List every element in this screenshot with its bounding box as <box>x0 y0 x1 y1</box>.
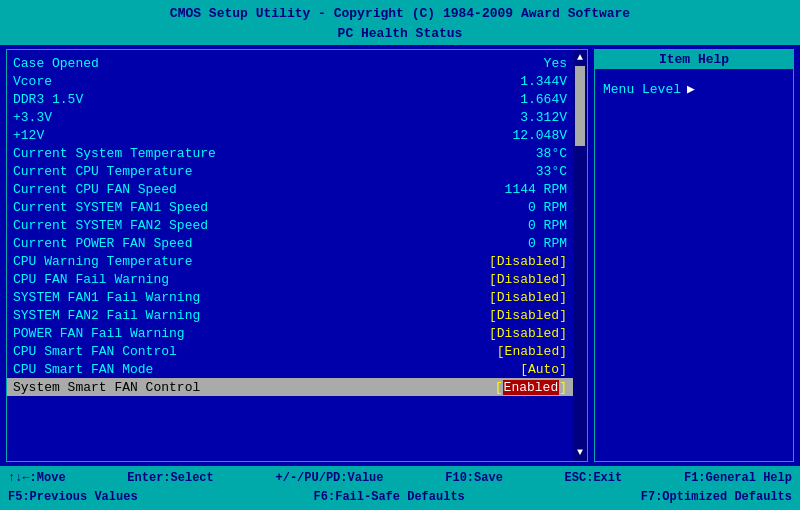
bracket-value: Enabled <box>505 344 560 359</box>
bracket-right: ] <box>559 254 567 269</box>
left-panel: Case OpenedYesVcore1.344VDDR3 1.5V1.664V… <box>6 49 588 462</box>
row-value: [Disabled] <box>489 308 567 323</box>
bracket-value: Disabled <box>497 290 559 305</box>
bracket-right: ] <box>559 380 567 395</box>
row-value: 0 RPM <box>528 236 567 251</box>
bracket-right: ] <box>559 326 567 341</box>
footer-enter-select: Enter:Select <box>127 469 213 488</box>
scroll-down-arrow[interactable]: ▼ <box>577 447 583 459</box>
row-label: +12V <box>13 128 512 143</box>
footer-row2: F5:Previous Values F6:Fail-Safe Defaults… <box>8 488 792 507</box>
row-value: [Disabled] <box>489 272 567 287</box>
bracket-value: Auto <box>528 362 559 377</box>
row-value: 12.048V <box>512 128 567 143</box>
menu-row[interactable]: Current CPU Temperature33°C <box>7 162 573 180</box>
row-label: CPU FAN Fail Warning <box>13 272 489 287</box>
row-label: +3.3V <box>13 110 520 125</box>
bracket-right: ] <box>559 362 567 377</box>
menu-row[interactable]: +3.3V3.312V <box>7 108 573 126</box>
bracket-left: [ <box>495 380 503 395</box>
bracket-left: [ <box>489 254 497 269</box>
row-label: Current CPU FAN Speed <box>13 182 505 197</box>
row-label: DDR3 1.5V <box>13 92 520 107</box>
bracket-left: [ <box>489 272 497 287</box>
scroll-up-arrow[interactable]: ▲ <box>577 52 583 64</box>
items-list: Case OpenedYesVcore1.344VDDR3 1.5V1.664V… <box>7 50 573 461</box>
row-label: CPU Smart FAN Control <box>13 344 497 359</box>
row-label: SYSTEM FAN1 Fail Warning <box>13 290 489 305</box>
footer-f6: F6:Fail-Safe Defaults <box>314 488 465 507</box>
menu-row[interactable]: DDR3 1.5V1.664V <box>7 90 573 108</box>
row-value: [Enabled] <box>497 344 567 359</box>
bracket-value: Enabled <box>503 380 560 395</box>
menu-row[interactable]: CPU Warning Temperature[Disabled] <box>7 252 573 270</box>
scrollbar[interactable]: ▲ ▼ <box>573 50 587 461</box>
bracket-right: ] <box>559 344 567 359</box>
header-line1: CMOS Setup Utility - Copyright (C) 1984-… <box>0 4 800 24</box>
menu-row[interactable]: Current SYSTEM FAN1 Speed0 RPM <box>7 198 573 216</box>
row-value: 38°C <box>536 146 567 161</box>
bracket-right: ] <box>559 272 567 287</box>
bracket-value: Disabled <box>497 326 559 341</box>
row-value: [Disabled] <box>489 290 567 305</box>
right-panel: Item Help Menu Level ▶ <box>594 49 794 462</box>
menu-row[interactable]: POWER FAN Fail Warning[Disabled] <box>7 324 573 342</box>
row-label: Current CPU Temperature <box>13 164 536 179</box>
menu-row[interactable]: CPU Smart FAN Mode[Auto] <box>7 360 573 378</box>
footer-f10: F10:Save <box>445 469 503 488</box>
bracket-right: ] <box>559 290 567 305</box>
row-value: 3.312V <box>520 110 567 125</box>
row-label: System Smart FAN Control <box>13 380 495 395</box>
header-line2: PC Health Status <box>0 24 800 44</box>
menu-row[interactable]: CPU Smart FAN Control[Enabled] <box>7 342 573 360</box>
menu-row[interactable]: Current SYSTEM FAN2 Speed0 RPM <box>7 216 573 234</box>
items-container: Case OpenedYesVcore1.344VDDR3 1.5V1.664V… <box>7 50 587 461</box>
row-label: Case Opened <box>13 56 544 71</box>
menu-row[interactable]: CPU FAN Fail Warning[Disabled] <box>7 270 573 288</box>
main-area: Case OpenedYesVcore1.344VDDR3 1.5V1.664V… <box>0 45 800 466</box>
row-value: Yes <box>544 56 567 71</box>
row-value: 0 RPM <box>528 200 567 215</box>
scrollbar-track <box>575 66 585 445</box>
row-value: [Disabled] <box>489 326 567 341</box>
bracket-left: [ <box>497 344 505 359</box>
row-value: [Disabled] <box>489 254 567 269</box>
bracket-value: Disabled <box>497 272 559 287</box>
menu-level-row: Menu Level ▶ <box>603 81 785 97</box>
menu-row[interactable]: System Smart FAN Control[Enabled] <box>7 378 573 396</box>
row-value: 0 RPM <box>528 218 567 233</box>
menu-row[interactable]: Current POWER FAN Speed0 RPM <box>7 234 573 252</box>
row-value: [Enabled] <box>495 380 567 395</box>
menu-row[interactable]: Vcore1.344V <box>7 72 573 90</box>
row-value: 33°C <box>536 164 567 179</box>
footer-f1: F1:General Help <box>684 469 792 488</box>
menu-row[interactable]: Current CPU FAN Speed1144 RPM <box>7 180 573 198</box>
row-label: Current System Temperature <box>13 146 536 161</box>
bracket-left: [ <box>489 326 497 341</box>
row-label: Current SYSTEM FAN1 Speed <box>13 200 528 215</box>
menu-row[interactable]: Current System Temperature38°C <box>7 144 573 162</box>
footer-value: +/-/PU/PD:Value <box>276 469 384 488</box>
menu-row[interactable]: SYSTEM FAN2 Fail Warning[Disabled] <box>7 306 573 324</box>
menu-level-label: Menu Level <box>603 82 681 97</box>
footer-f7: F7:Optimized Defaults <box>641 488 792 507</box>
bios-footer: ↑↓←:Move Enter:Select +/-/PU/PD:Value F1… <box>0 466 800 510</box>
row-label: CPU Warning Temperature <box>13 254 489 269</box>
footer-f5: F5:Previous Values <box>8 488 138 507</box>
row-label: Current SYSTEM FAN2 Speed <box>13 218 528 233</box>
footer-row1: ↑↓←:Move Enter:Select +/-/PU/PD:Value F1… <box>8 469 792 488</box>
menu-row[interactable]: +12V12.048V <box>7 126 573 144</box>
scrollbar-thumb <box>575 66 585 146</box>
item-help-content: Menu Level ▶ <box>595 69 793 461</box>
row-label: Vcore <box>13 74 520 89</box>
bracket-value: Disabled <box>497 254 559 269</box>
row-value: 1.344V <box>520 74 567 89</box>
bracket-value: Disabled <box>497 308 559 323</box>
menu-row[interactable]: SYSTEM FAN1 Fail Warning[Disabled] <box>7 288 573 306</box>
bracket-left: [ <box>520 362 528 377</box>
menu-level-arrow: ▶ <box>687 81 695 97</box>
row-value: 1144 RPM <box>505 182 567 197</box>
row-label: SYSTEM FAN2 Fail Warning <box>13 308 489 323</box>
bracket-right: ] <box>559 308 567 323</box>
menu-row[interactable]: Case OpenedYes <box>7 54 573 72</box>
